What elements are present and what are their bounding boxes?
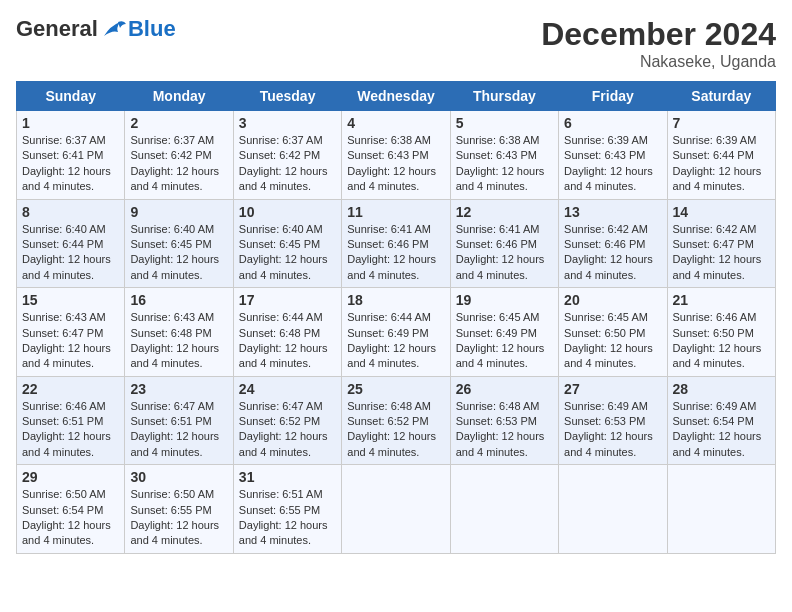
day-number: 26	[456, 381, 553, 397]
day-info: Sunrise: 6:46 AM Sunset: 6:51 PM Dayligh…	[22, 400, 111, 458]
day-info: Sunrise: 6:41 AM Sunset: 6:46 PM Dayligh…	[347, 223, 436, 281]
col-sunday: Sunday	[17, 82, 125, 111]
day-info: Sunrise: 6:49 AM Sunset: 6:54 PM Dayligh…	[673, 400, 762, 458]
table-row: 22 Sunrise: 6:46 AM Sunset: 6:51 PM Dayl…	[17, 376, 125, 465]
calendar-header-row: Sunday Monday Tuesday Wednesday Thursday…	[17, 82, 776, 111]
day-info: Sunrise: 6:47 AM Sunset: 6:52 PM Dayligh…	[239, 400, 328, 458]
table-row: 18 Sunrise: 6:44 AM Sunset: 6:49 PM Dayl…	[342, 288, 450, 377]
day-info: Sunrise: 6:38 AM Sunset: 6:43 PM Dayligh…	[347, 134, 436, 192]
logo: General Blue	[16, 16, 176, 42]
day-info: Sunrise: 6:42 AM Sunset: 6:47 PM Dayligh…	[673, 223, 762, 281]
table-row: 2 Sunrise: 6:37 AM Sunset: 6:42 PM Dayli…	[125, 111, 233, 200]
logo-general-text: General	[16, 16, 98, 42]
day-info: Sunrise: 6:38 AM Sunset: 6:43 PM Dayligh…	[456, 134, 545, 192]
day-info: Sunrise: 6:47 AM Sunset: 6:51 PM Dayligh…	[130, 400, 219, 458]
logo-bird-icon	[100, 18, 128, 40]
subtitle: Nakaseke, Uganda	[541, 53, 776, 71]
day-info: Sunrise: 6:43 AM Sunset: 6:47 PM Dayligh…	[22, 311, 111, 369]
day-number: 22	[22, 381, 119, 397]
header: General Blue December 2024 Nakaseke, Uga…	[16, 16, 776, 71]
table-row: 21 Sunrise: 6:46 AM Sunset: 6:50 PM Dayl…	[667, 288, 775, 377]
col-thursday: Thursday	[450, 82, 558, 111]
table-row: 3 Sunrise: 6:37 AM Sunset: 6:42 PM Dayli…	[233, 111, 341, 200]
table-row: 9 Sunrise: 6:40 AM Sunset: 6:45 PM Dayli…	[125, 199, 233, 288]
col-saturday: Saturday	[667, 82, 775, 111]
day-info: Sunrise: 6:40 AM Sunset: 6:45 PM Dayligh…	[130, 223, 219, 281]
table-row: 25 Sunrise: 6:48 AM Sunset: 6:52 PM Dayl…	[342, 376, 450, 465]
col-tuesday: Tuesday	[233, 82, 341, 111]
day-info: Sunrise: 6:42 AM Sunset: 6:46 PM Dayligh…	[564, 223, 653, 281]
logo-blue-text: Blue	[128, 16, 176, 42]
day-number: 28	[673, 381, 770, 397]
day-number: 4	[347, 115, 444, 131]
table-row: 11 Sunrise: 6:41 AM Sunset: 6:46 PM Dayl…	[342, 199, 450, 288]
table-row: 15 Sunrise: 6:43 AM Sunset: 6:47 PM Dayl…	[17, 288, 125, 377]
day-number: 10	[239, 204, 336, 220]
table-row	[559, 465, 667, 554]
day-info: Sunrise: 6:45 AM Sunset: 6:50 PM Dayligh…	[564, 311, 653, 369]
day-info: Sunrise: 6:40 AM Sunset: 6:44 PM Dayligh…	[22, 223, 111, 281]
day-number: 15	[22, 292, 119, 308]
day-info: Sunrise: 6:48 AM Sunset: 6:52 PM Dayligh…	[347, 400, 436, 458]
day-number: 20	[564, 292, 661, 308]
day-number: 29	[22, 469, 119, 485]
day-number: 30	[130, 469, 227, 485]
day-info: Sunrise: 6:44 AM Sunset: 6:49 PM Dayligh…	[347, 311, 436, 369]
day-number: 1	[22, 115, 119, 131]
day-number: 12	[456, 204, 553, 220]
day-info: Sunrise: 6:37 AM Sunset: 6:42 PM Dayligh…	[239, 134, 328, 192]
day-info: Sunrise: 6:50 AM Sunset: 6:54 PM Dayligh…	[22, 488, 111, 546]
table-row: 14 Sunrise: 6:42 AM Sunset: 6:47 PM Dayl…	[667, 199, 775, 288]
day-number: 5	[456, 115, 553, 131]
day-number: 17	[239, 292, 336, 308]
day-number: 11	[347, 204, 444, 220]
title-area: December 2024 Nakaseke, Uganda	[541, 16, 776, 71]
day-number: 2	[130, 115, 227, 131]
day-info: Sunrise: 6:49 AM Sunset: 6:53 PM Dayligh…	[564, 400, 653, 458]
table-row: 6 Sunrise: 6:39 AM Sunset: 6:43 PM Dayli…	[559, 111, 667, 200]
day-number: 18	[347, 292, 444, 308]
table-row: 28 Sunrise: 6:49 AM Sunset: 6:54 PM Dayl…	[667, 376, 775, 465]
table-row: 10 Sunrise: 6:40 AM Sunset: 6:45 PM Dayl…	[233, 199, 341, 288]
table-row: 17 Sunrise: 6:44 AM Sunset: 6:48 PM Dayl…	[233, 288, 341, 377]
day-info: Sunrise: 6:39 AM Sunset: 6:44 PM Dayligh…	[673, 134, 762, 192]
day-number: 7	[673, 115, 770, 131]
table-row: 7 Sunrise: 6:39 AM Sunset: 6:44 PM Dayli…	[667, 111, 775, 200]
table-row	[450, 465, 558, 554]
day-number: 31	[239, 469, 336, 485]
day-number: 27	[564, 381, 661, 397]
day-number: 21	[673, 292, 770, 308]
calendar-table: Sunday Monday Tuesday Wednesday Thursday…	[16, 81, 776, 554]
calendar-week-row: 15 Sunrise: 6:43 AM Sunset: 6:47 PM Dayl…	[17, 288, 776, 377]
day-number: 13	[564, 204, 661, 220]
table-row	[342, 465, 450, 554]
table-row: 16 Sunrise: 6:43 AM Sunset: 6:48 PM Dayl…	[125, 288, 233, 377]
table-row: 19 Sunrise: 6:45 AM Sunset: 6:49 PM Dayl…	[450, 288, 558, 377]
table-row: 1 Sunrise: 6:37 AM Sunset: 6:41 PM Dayli…	[17, 111, 125, 200]
day-info: Sunrise: 6:50 AM Sunset: 6:55 PM Dayligh…	[130, 488, 219, 546]
day-number: 16	[130, 292, 227, 308]
table-row: 30 Sunrise: 6:50 AM Sunset: 6:55 PM Dayl…	[125, 465, 233, 554]
col-monday: Monday	[125, 82, 233, 111]
day-info: Sunrise: 6:48 AM Sunset: 6:53 PM Dayligh…	[456, 400, 545, 458]
day-number: 24	[239, 381, 336, 397]
calendar-week-row: 22 Sunrise: 6:46 AM Sunset: 6:51 PM Dayl…	[17, 376, 776, 465]
calendar-week-row: 8 Sunrise: 6:40 AM Sunset: 6:44 PM Dayli…	[17, 199, 776, 288]
day-info: Sunrise: 6:44 AM Sunset: 6:48 PM Dayligh…	[239, 311, 328, 369]
table-row: 12 Sunrise: 6:41 AM Sunset: 6:46 PM Dayl…	[450, 199, 558, 288]
day-number: 3	[239, 115, 336, 131]
col-friday: Friday	[559, 82, 667, 111]
day-info: Sunrise: 6:51 AM Sunset: 6:55 PM Dayligh…	[239, 488, 328, 546]
table-row: 26 Sunrise: 6:48 AM Sunset: 6:53 PM Dayl…	[450, 376, 558, 465]
day-info: Sunrise: 6:37 AM Sunset: 6:41 PM Dayligh…	[22, 134, 111, 192]
table-row: 27 Sunrise: 6:49 AM Sunset: 6:53 PM Dayl…	[559, 376, 667, 465]
calendar-week-row: 29 Sunrise: 6:50 AM Sunset: 6:54 PM Dayl…	[17, 465, 776, 554]
day-info: Sunrise: 6:41 AM Sunset: 6:46 PM Dayligh…	[456, 223, 545, 281]
table-row: 31 Sunrise: 6:51 AM Sunset: 6:55 PM Dayl…	[233, 465, 341, 554]
day-info: Sunrise: 6:40 AM Sunset: 6:45 PM Dayligh…	[239, 223, 328, 281]
day-info: Sunrise: 6:43 AM Sunset: 6:48 PM Dayligh…	[130, 311, 219, 369]
day-number: 8	[22, 204, 119, 220]
table-row: 13 Sunrise: 6:42 AM Sunset: 6:46 PM Dayl…	[559, 199, 667, 288]
table-row: 20 Sunrise: 6:45 AM Sunset: 6:50 PM Dayl…	[559, 288, 667, 377]
day-number: 14	[673, 204, 770, 220]
